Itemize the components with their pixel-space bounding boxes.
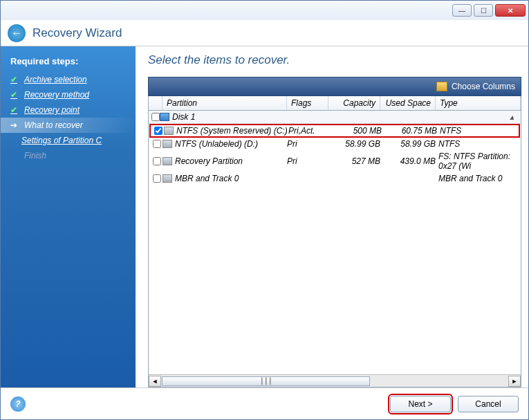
- check-icon: ✔: [10, 75, 20, 84]
- sidebar-item-archive-selection[interactable]: ✔ Archive selection: [1, 72, 136, 87]
- partition-type: NTFS: [436, 139, 521, 149]
- partition-capacity: 58.99 GB: [328, 139, 380, 149]
- sidebar-item-recovery-point[interactable]: ✔ Recovery point: [1, 102, 136, 118]
- sidebar: Required steps: ✔ Archive selection ✔ Re…: [1, 46, 136, 387]
- table-row[interactable]: Recovery PartitionPri527 MB439.0 MBFS: N…: [149, 150, 521, 172]
- column-partition[interactable]: Partition: [163, 96, 287, 110]
- sidebar-item-label: Recovery point: [24, 105, 80, 115]
- partition-used: 439.0 MB: [380, 156, 436, 166]
- columns-icon: [436, 82, 447, 91]
- partition-name: NTFS (Unlabeled) (D:): [175, 139, 258, 149]
- partition-type: NTFS: [437, 126, 519, 136]
- row-checkbox[interactable]: [153, 157, 161, 165]
- partition-capacity: 500 MB: [330, 126, 382, 136]
- footer: ? Next > Cancel: [1, 387, 528, 419]
- scroll-left-button[interactable]: ◄: [149, 376, 161, 387]
- disk-row[interactable]: Disk 1 ▴: [149, 111, 521, 124]
- sidebar-item-label: Recovery method: [24, 90, 89, 100]
- grid-header: Partition Flags Capacity Used Space Type: [149, 96, 521, 111]
- table-row[interactable]: NTFS (Unlabeled) (D:)Pri58.99 GB58.99 GB…: [149, 138, 521, 150]
- cancel-button[interactable]: Cancel: [458, 396, 519, 412]
- row-checkbox[interactable]: [153, 140, 161, 148]
- scroll-right-button[interactable]: ►: [508, 376, 521, 387]
- sidebar-item-finish: Finish: [1, 148, 136, 163]
- table-row[interactable]: NTFS (System Reserved) (C:)Pri,Act.500 M…: [150, 125, 519, 137]
- partition-flags: Pri,Act.: [288, 126, 330, 136]
- next-button[interactable]: Next >: [390, 396, 451, 412]
- main-panel: Select the items to recover. Choose Colu…: [136, 46, 528, 387]
- partition-icon: [163, 140, 172, 148]
- recovery-wizard-window: — ☐ ✕ ← Recovery Wizard Required steps: …: [0, 0, 529, 420]
- collapse-icon[interactable]: ▴: [510, 112, 518, 122]
- check-icon: ✔: [10, 105, 20, 115]
- window-header: ← Recovery Wizard: [1, 20, 528, 46]
- sidebar-item-recovery-method[interactable]: ✔ Recovery method: [1, 87, 136, 102]
- table-row[interactable]: MBR and Track 0MBR and Track 0: [149, 172, 521, 185]
- horizontal-scrollbar[interactable]: ◄ ┃┃┃ ►: [149, 374, 521, 387]
- column-capacity[interactable]: Capacity: [328, 96, 380, 110]
- sidebar-item-label: Archive selection: [24, 75, 87, 84]
- arrow-left-icon: ←: [11, 27, 22, 39]
- row-checkbox[interactable]: [154, 127, 163, 135]
- sidebar-item-what-to-recover[interactable]: ➔ What to recover: [1, 118, 136, 133]
- scroll-thumb[interactable]: ┃┃┃: [162, 376, 370, 386]
- partition-capacity: 527 MB: [328, 156, 380, 166]
- column-used-space[interactable]: Used Space: [380, 96, 436, 110]
- partition-used: 60.75 MB: [382, 126, 437, 136]
- sidebar-item-label: Finish: [24, 151, 46, 161]
- partition-icon: [164, 127, 174, 135]
- arrow-right-icon: ➔: [10, 120, 20, 130]
- minimize-button[interactable]: —: [452, 4, 472, 17]
- grid-toolbar: Choose Columns: [148, 77, 521, 96]
- partition-name: NTFS (System Reserved) (C:): [176, 126, 288, 136]
- disk-icon: [160, 113, 169, 121]
- column-flags[interactable]: Flags: [287, 96, 328, 110]
- back-button[interactable]: ←: [8, 24, 26, 42]
- disk-label: Disk 1: [172, 112, 195, 122]
- close-button[interactable]: ✕: [495, 4, 526, 17]
- sidebar-item-label: What to recover: [24, 120, 83, 130]
- help-icon[interactable]: ?: [10, 396, 26, 412]
- window-body: Required steps: ✔ Archive selection ✔ Re…: [1, 46, 528, 387]
- partition-used: 58.99 GB: [380, 139, 436, 149]
- partition-grid: Partition Flags Capacity Used Space Type…: [148, 96, 521, 387]
- partition-name: Recovery Partition: [175, 156, 243, 166]
- scroll-track[interactable]: ┃┃┃: [161, 376, 508, 387]
- choose-columns-button[interactable]: Choose Columns: [452, 82, 515, 91]
- column-type[interactable]: Type: [436, 96, 521, 110]
- row-checkbox[interactable]: [153, 174, 161, 183]
- titlebar: — ☐ ✕: [1, 1, 528, 20]
- column-checkbox[interactable]: [149, 96, 163, 110]
- sidebar-header: Required steps:: [1, 53, 136, 72]
- partition-name: MBR and Track 0: [175, 174, 239, 183]
- partition-icon: [163, 157, 172, 165]
- page-title: Select the items to recover.: [148, 53, 521, 67]
- maximize-button[interactable]: ☐: [474, 4, 493, 17]
- sidebar-item-settings-partition-c[interactable]: Settings of Partition C: [1, 133, 136, 148]
- grid-body: Disk 1 ▴ NTFS (System Reserved) (C:)Pri,…: [149, 111, 521, 374]
- partition-flags: Pri: [287, 156, 328, 166]
- partition-icon: [163, 174, 172, 183]
- check-icon: ✔: [10, 90, 20, 100]
- partition-type: FS: NTFS Partition: 0x27 (Wi: [436, 152, 521, 171]
- disk-checkbox[interactable]: [151, 113, 160, 121]
- partition-type: MBR and Track 0: [436, 174, 521, 183]
- partition-flags: Pri: [287, 139, 328, 149]
- window-title: Recovery Wizard: [33, 26, 122, 40]
